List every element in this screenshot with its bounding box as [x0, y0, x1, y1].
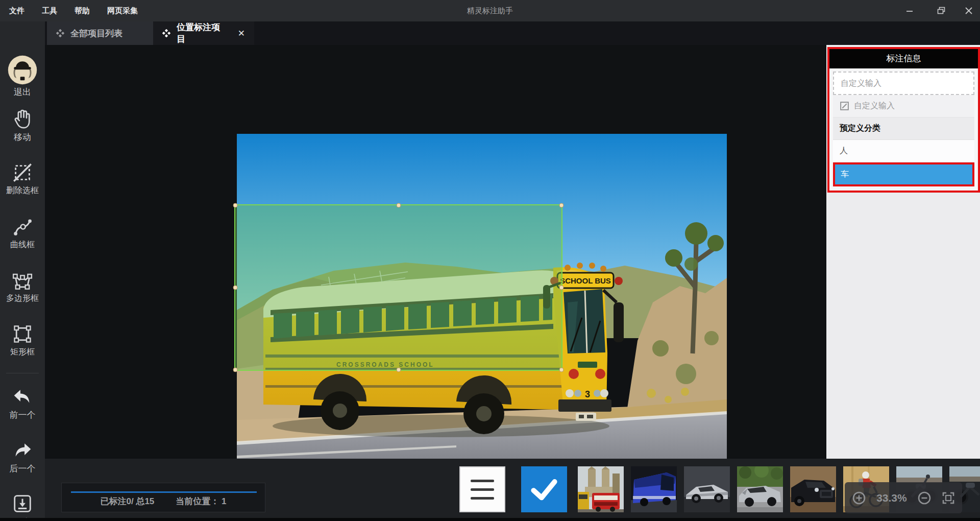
toolbar-item-curve-box[interactable]: 曲线框 [0, 216, 45, 250]
tab-label: 全部项目列表 [70, 28, 122, 39]
toolbar-item-previous[interactable]: 前一个 [0, 385, 45, 421]
bus-number: 3 [585, 389, 590, 399]
minimize-button[interactable] [901, 3, 918, 18]
annotated-count: 已标注0/ 总15 [101, 495, 155, 507]
checkmark-icon [528, 473, 560, 506]
annotation-handle-s[interactable] [396, 368, 401, 372]
polygon-tool-icon [0, 269, 45, 292]
toolbar-label: 删除选框 [0, 185, 45, 196]
annotation-box[interactable] [234, 204, 562, 371]
custom-label-input[interactable] [833, 72, 974, 95]
zoom-in-icon[interactable] [852, 491, 866, 505]
zoom-level: 33.3% [876, 492, 907, 504]
tab-all-projects[interactable]: 全部项目列表 [47, 21, 153, 45]
image-canvas[interactable]: CROSSROADS SCHOOL SCHOOL BUS [45, 45, 826, 459]
toolbar-item-exit[interactable]: 退出 [0, 55, 45, 98]
annotation-info-highlight: 标注信息 自定义输入 预定义分类 人 车 [827, 47, 980, 193]
user-avatar [0, 55, 45, 85]
thumbnail-silver-sports-car[interactable] [684, 466, 730, 512]
menubar: 文件 工具 帮助 网页采集 精灵标注助手 [0, 0, 980, 21]
image-list-button[interactable] [459, 466, 505, 512]
annotation-app-window: 文件 工具 帮助 网页采集 精灵标注助手 [0, 0, 980, 521]
toolbar-label: 前一个 [0, 409, 45, 421]
toolbar-label: 多边形框 [0, 293, 45, 304]
hand-icon [0, 107, 45, 130]
annotation-handle-sw[interactable] [233, 368, 238, 372]
custom-input-row[interactable]: 自定义输入 [833, 95, 974, 117]
minimize-icon [905, 6, 914, 15]
zoom-controls: 33.3% [845, 482, 962, 513]
tab-label: 位置标注项目 [177, 21, 228, 45]
progress-bar [71, 491, 257, 493]
project-diamond-icon [162, 29, 170, 37]
delete-selection-icon [0, 161, 45, 184]
rectangle-tool-icon [0, 323, 45, 345]
annotation-handle-w[interactable] [233, 286, 238, 290]
close-button[interactable] [961, 3, 977, 18]
tab-close-icon[interactable]: ✕ [238, 28, 245, 39]
edit-icon [840, 101, 849, 111]
custom-input-row-label: 自定义输入 [854, 101, 895, 111]
toolbar-label: 移动 [0, 131, 45, 143]
close-icon [964, 6, 973, 15]
forward-arrow-icon [0, 439, 45, 461]
category-item-person[interactable]: 人 [833, 140, 974, 162]
toolbar-item-export[interactable]: 导出 [0, 492, 45, 521]
export-download-icon [0, 492, 45, 515]
toolbar-label: 曲线框 [0, 240, 45, 250]
annotation-handle-nw[interactable] [233, 203, 238, 208]
left-toolbar: 退出 移动 删除选框 [0, 21, 45, 521]
toolbar-item-move[interactable]: 移动 [0, 107, 45, 143]
window-title: 精灵标注助手 [0, 0, 980, 21]
tab-bar: 全部项目列表 位置标注项目 ✕ [45, 21, 980, 45]
bottom-edge-strip [0, 518, 980, 521]
thumbnail-silver-mercedes[interactable] [737, 466, 783, 512]
annotation-handle-n[interactable] [396, 203, 401, 208]
toolbar-item-delete-box[interactable]: 删除选框 [0, 161, 45, 196]
hamburger-icon [471, 480, 494, 482]
back-arrow-icon [0, 385, 45, 408]
curve-tool-icon [0, 216, 45, 238]
toolbar-item-next[interactable]: 后一个 [0, 439, 45, 475]
toolbar-item-rect-box[interactable]: 矩形框 [0, 323, 45, 358]
annotation-info-panel: 标注信息 自定义输入 预定义分类 人 车 [826, 45, 980, 459]
category-item-vehicle[interactable]: 车 [833, 162, 974, 186]
restore-button[interactable] [933, 3, 949, 18]
predefined-category-header: 预定义分类 [833, 117, 974, 140]
current-position: 当前位置： 1 [176, 495, 226, 507]
thumbnail-red-double-decker-bus[interactable] [578, 466, 624, 512]
zoom-out-icon[interactable] [917, 491, 932, 505]
confirm-button[interactable] [521, 466, 567, 512]
toolbar-item-polygon-box[interactable]: 多边形框 [0, 269, 45, 304]
toolbar-label: 退出 [0, 86, 45, 98]
annotation-handle-se[interactable] [559, 368, 564, 372]
restore-icon [937, 6, 946, 15]
panel-title: 标注信息 [829, 49, 978, 68]
toolbar-label: 矩形框 [0, 347, 45, 358]
project-diamond-icon [56, 29, 64, 37]
annotation-handle-e[interactable] [559, 286, 564, 290]
thumbnail-blue-coach-bus[interactable] [631, 466, 677, 512]
toolbar-label: 后一个 [0, 463, 45, 475]
toolbar-divider [6, 373, 39, 373]
annotation-handle-ne[interactable] [559, 203, 564, 208]
fit-screen-icon[interactable] [942, 491, 955, 505]
thumbnail-black-audi[interactable] [790, 466, 836, 512]
bus-sign-text: SCHOOL BUS [560, 276, 611, 285]
tab-position-annotation[interactable]: 位置标注项目 ✕ [153, 21, 254, 45]
progress-status-box: 已标注0/ 总15 当前位置： 1 [61, 483, 265, 512]
